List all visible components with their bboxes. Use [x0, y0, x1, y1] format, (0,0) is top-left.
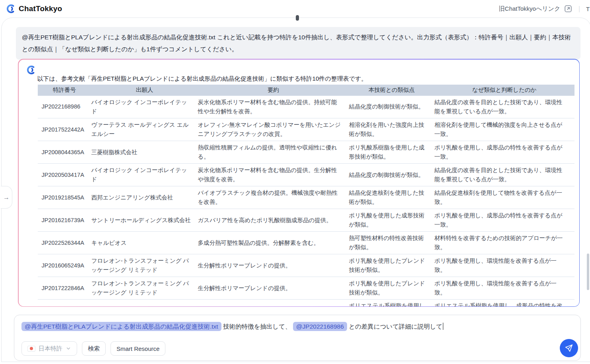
table-cell-patent: JP2016065249A [38, 254, 91, 277]
user-message: @再生PET樹脂とPLAブレンドによる射出成形品の結晶化促進技術.txt これと… [16, 27, 580, 60]
table-cell-applicant: キャルビオス [91, 232, 198, 254]
table-row: JP2008044365A三菱樹脂株式会社熱収縮性積層フィルムの提供。透明性や収… [38, 141, 574, 164]
composer-toolbar: 日本特許 検索 Smart Resource [21, 341, 165, 356]
table-row: JP2020503417Aバイオロジック インコーポレイテッド炭水化物系ポリマー… [38, 164, 574, 186]
database-selector[interactable]: 日本特許 [21, 341, 77, 356]
table-cell-similarity: ポリ乳酸系樹脂を使用した成形技術が類似。 [349, 141, 435, 164]
col-header-applicant: 出願人 [91, 85, 198, 96]
external-link-icon[interactable] [564, 4, 573, 13]
table-row: JP2019218545A西邦エンジニアリング株式会社バイオプラスチック複合材の… [38, 186, 574, 209]
table-cell-patent: JP2020503417A [38, 164, 91, 186]
chattokkyo-logo-icon [6, 4, 16, 14]
col-header-similarity: 本技術との類似点 [349, 85, 435, 96]
table-cell-similarity: ポリ乳酸を使用した成形技術が類似。 [349, 209, 435, 232]
table-cell-patent: JP2019218545A [38, 186, 91, 209]
table-row: JP2022526344Aキャルビオス多成分熱可塑性製品の提供。分解酵素を含む。… [38, 232, 574, 254]
composer-input[interactable]: @再生PET樹脂とPLAブレンドによる射出成形品の結晶化促進技術.txt 技術的… [21, 321, 573, 332]
table-cell-summary: 炭水化物系ポリマー材料を含む物品の提供。持続可能性や生分解性を改善。 [198, 96, 349, 118]
database-selector-label: 日本特許 [39, 345, 62, 352]
composer-text-1: 技術的特徴を抽出して、 [221, 323, 293, 330]
table-cell-similarity: 相溶化剤を用いた強度向上技術が類似。 [349, 118, 435, 141]
table-cell-reason: ポリ乳酸を使用し、成形品の特性を改善する点が一致。 [435, 141, 574, 164]
table-cell-summary: オレフィン-無水マレイン酸コポリマーを用いたエンジニアリングプラスチックの改質。 [198, 118, 349, 141]
table-cell-similarity: ポリエステル系樹脂を使用し [349, 300, 435, 306]
smart-resource-button[interactable]: Smart Resource [111, 341, 165, 356]
table-row: JP2016065249Aフロレオン-トランスフォーミング パッケージング リミ… [38, 254, 574, 277]
table-row: JP2022168986バイオロジック インコーポレイテッド炭水化物系ポリマー材… [38, 96, 574, 118]
table-cell-summary [198, 300, 349, 306]
table-cell-similarity: ポリ乳酸を使用したブレンド技術が類似。 [349, 277, 435, 300]
table-cell-summary: ガスバリア性を高めたポリ乳酸樹脂成形品の提供。 [198, 209, 349, 232]
table-cell-reason: ポリ乳酸を使用し、環境性能を改善する点が一致。 [435, 277, 574, 300]
assistant-intro-text: 以下は、参考文献「再生PET樹脂とPLAブレンドによる射出成形品の結晶化促進技術… [37, 65, 367, 82]
table-cell-reason: ポリ乳酸を使用し、環境性能を改善する点が一致。 [435, 254, 574, 277]
table-cell-summary: 炭水化物系ポリマー材料を含む物品の提供。生分解性や強度を改善。 [198, 164, 349, 186]
col-header-patent: 特許番号 [38, 85, 91, 96]
table-cell-applicant: フロレオン-トランスフォーミング パッケージング リミテッド [91, 277, 198, 300]
assistant-avatar-icon [26, 65, 36, 75]
table-cell-patent: JP2022526344A [38, 232, 91, 254]
table-cell-patent: JP2008044365A [38, 141, 91, 164]
table-cell-patent: JP2022168986 [38, 96, 91, 118]
table-cell-similarity: 結晶化促進核剤を使用した技術が類似。 [349, 186, 435, 209]
send-button[interactable] [560, 339, 578, 357]
table-cell-reason: 結晶化促進核剤を使用して物性を改善する点が一致。 [435, 186, 574, 209]
file-mention-chip[interactable]: @再生PET樹脂とPLAブレンドによる射出成形品の結晶化促進技術.txt [21, 322, 221, 331]
table-cell-patent: JP2017222846A [38, 277, 91, 300]
paper-plane-icon [565, 344, 573, 352]
table-cell-similarity: 結晶化度の制御技術が類似。 [349, 164, 435, 186]
assistant-response-card: 以下は、参考文献「再生PET樹脂とPLAブレンドによる射出成形品の結晶化促進技術… [18, 59, 580, 307]
japan-flag-icon [27, 346, 35, 352]
table-cell-summary: バイオプラスチック複合材の提供。機械強度や耐熱性を改善。 [198, 186, 349, 209]
text-cursor [443, 323, 444, 330]
chattokkyo-app: ChatTokkyo 旧ChatTokkyoへリンク ｜ T → @再生PET樹… [0, 0, 590, 364]
table-cell-applicant: ヴァーテラス ホールディングス エル エルシー [91, 118, 198, 141]
message-composer[interactable]: @再生PET樹脂とPLAブレンドによる射出成形品の結晶化促進技術.txt 技術的… [14, 315, 581, 361]
chevron-down-icon [66, 346, 71, 351]
table-cell-patent: JP2016216739A [38, 209, 91, 232]
table-cell-applicant: フロレオン-トランスフォーミング パッケージング リミテッド [91, 254, 198, 277]
table-header-row: 特許番号 出願人 要約 本技術との類似点 なぜ類似と判断したのか [38, 85, 574, 96]
old-version-link[interactable]: 旧ChatTokkyoへリンク [499, 5, 561, 13]
table-cell-reason: 相溶化剤を使用して機械的強度を向上させる点が一致。 [435, 118, 574, 141]
table-cell-applicant: バイオロジック インコーポレイテッド [91, 164, 198, 186]
assistant-head: 以下は、参考文献「再生PET樹脂とPLAブレンドによる射出成形品の結晶化促進技術… [26, 65, 579, 82]
app-header: ChatTokkyo 旧ChatTokkyoへリンク ｜ T [0, 0, 590, 17]
table-cell-patent [38, 300, 91, 306]
table-cell-summary: 生分解性ポリマーブレンドの提供。 [198, 277, 349, 300]
table-cell-reason: ポリ乳酸を使用し、成形品の特性を改善する点が一致。 [435, 209, 574, 232]
arrow-right-icon: → [3, 194, 10, 201]
header-right: 旧ChatTokkyoへリンク ｜ T [499, 4, 590, 13]
table-cell-applicant: サントリーホールディングス株式会社 [91, 209, 198, 232]
table-cell-reason: ポリエステル系樹脂を使用し、成形品の特性を改 [435, 300, 574, 306]
table-cell-summary: 熱収縮性積層フィルムの提供。透明性や収縮性に優れる。 [198, 141, 349, 164]
table-row: JP2016216739Aサントリーホールディングス株式会社ガスバリア性を高めた… [38, 209, 574, 232]
table-cell-reason: 結晶化度の改善を目的とした技術であり、環境性能を重視している点が一致。 [435, 96, 574, 118]
col-header-summary: 要約 [198, 85, 349, 96]
header-divider: ｜ [576, 5, 582, 13]
patent-mention-chip[interactable]: @JP2022168986 [293, 322, 347, 331]
table-cell-reason: 結晶化度の改善を目的とした技術であり、環境性能を重視している点が一致。 [435, 164, 574, 186]
composer-text-2: との差異について詳細に説明して [347, 323, 442, 330]
table-cell-similarity: ポリ乳酸を使用したブレンド技術が類似。 [349, 254, 435, 277]
vertical-scrollbar-thumb[interactable] [587, 254, 589, 290]
patent-table: 特許番号 出願人 要約 本技術との類似点 なぜ類似と判断したのか JP20221… [38, 85, 574, 306]
table-cell-summary: 多成分熱可塑性製品の提供。分解酵素を含む。 [198, 232, 349, 254]
col-header-reason: なぜ類似と判断したのか [435, 85, 574, 96]
table-cell-patent: JP2017522442A [38, 118, 91, 141]
table-cell-similarity: 結晶化度の制御技術が類似。 [349, 96, 435, 118]
header-truncated-text[interactable]: T [586, 6, 590, 12]
search-button[interactable]: 検索 [82, 341, 106, 356]
table-cell-summary: 生分解性ポリマーブレンドの提供。 [198, 254, 349, 277]
brand: ChatTokkyo [6, 4, 62, 14]
table-cell-reason: 材料特性を改善するための技術的アプローチが一致。 [435, 232, 574, 254]
table-cell-applicant: 三菱樹脂株式会社 [91, 141, 198, 164]
sidebar-expand-button[interactable]: → [1, 186, 12, 209]
table-cell-applicant: 西邦エンジニアリング株式会社 [91, 186, 198, 209]
table-cell-applicant [91, 300, 198, 306]
scroll-handle[interactable] [296, 15, 299, 21]
table-cell-similarity: 熱可塑性材料の特性改善技術が類似。 [349, 232, 435, 254]
table-cell-applicant: バイオロジック インコーポレイテッド [91, 96, 198, 118]
table-row-partial: ポリエステル系樹脂を使用しポリエステル系樹脂を使用し、成形品の特性を改 [38, 300, 574, 306]
app-title: ChatTokkyo [19, 4, 62, 13]
